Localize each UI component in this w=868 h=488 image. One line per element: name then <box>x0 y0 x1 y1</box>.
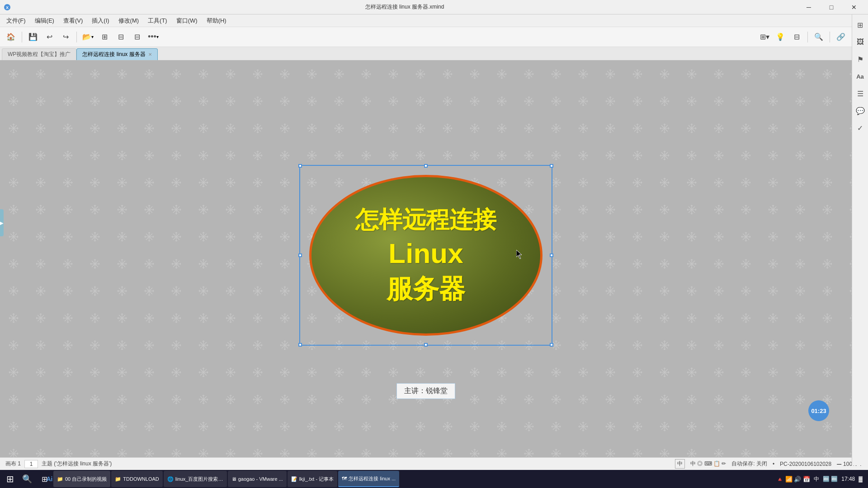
taskbar-item-3-icon: 🌐 <box>167 476 174 482</box>
taskbar-item-3[interactable]: 🌐 linux_百度图片搜索 - ... <box>164 471 227 487</box>
tab-close-icon[interactable]: ✕ <box>148 52 152 57</box>
taskbar-item-6[interactable]: 🗺 怎样远程连接 linux ... <box>338 471 399 487</box>
rpanel-flag-icon[interactable]: ⚑ <box>854 52 867 66</box>
close-button[interactable]: ✕ <box>844 0 864 14</box>
autosave-label: 自动保存: 关闭 <box>731 460 767 468</box>
taskbar-item-4-label: gaogao - VMware ... <box>238 476 283 482</box>
open-dropdown[interactable]: 📂 ▾ <box>80 32 95 42</box>
rpanel-structure-icon[interactable]: ⊞ <box>854 18 867 32</box>
ellipse-text: 怎样远程连接 Linux 服务器 <box>355 205 496 306</box>
menu-edit[interactable]: 编辑(E) <box>30 14 59 27</box>
taskbar-item-1[interactable]: 📁 00 自己录制的视频 <box>53 471 110 487</box>
tray-input-method[interactable]: 中 <box>814 475 819 483</box>
tabbar: WP视频教程【淘宝】推广 怎样远程连接 linux 服务器 ✕ <box>0 47 868 61</box>
mindmap-node[interactable]: 怎样远程连接 Linux 服务器 主讲：锐锋堂 <box>299 165 552 346</box>
menu-tools[interactable]: 工具(T) <box>143 14 172 27</box>
speaker-label: 主讲：锐锋堂 <box>404 387 448 394</box>
tray-icons: 🔺 📶 🔊 📅 <box>776 476 810 483</box>
taskbar-item-2-icon: 📁 <box>115 476 121 482</box>
taskbar-item-6-label: 怎样远程连接 linux ... <box>349 475 396 482</box>
windows-taskbar: ⊞ 🔍 ⊞ 📁 00 自己录制的视频 📁 TDDOWNLOAD 🌐 linux_… <box>0 470 868 488</box>
titlebar-icon: X <box>4 4 11 11</box>
titlebar: X 怎样远程连接 linux 服务器.xmind ─ □ ✕ <box>0 0 868 14</box>
start-button[interactable]: ⊞ <box>2 471 18 487</box>
page-label: 画布 1 <box>5 460 21 468</box>
input-method-indicator[interactable]: 中 <box>675 459 685 469</box>
separator-2 <box>76 32 77 42</box>
view-mode-button[interactable]: ⊞▾ <box>758 30 771 44</box>
menu-help[interactable]: 帮助(H) <box>202 14 231 27</box>
tab-linux-label: 怎样远程连接 linux 服务器 <box>82 51 145 58</box>
menu-file[interactable]: 文件(F) <box>2 14 30 27</box>
taskbar-item-2[interactable]: 📁 TDDOWNLOAD <box>111 471 162 487</box>
mindmap-ellipse[interactable]: 怎样远程连接 Linux 服务器 <box>309 175 542 336</box>
menu-window[interactable]: 窗口(W) <box>172 14 202 27</box>
menubar: 文件(F) 编辑(E) 查看(V) 插入(I) 修改(M) 工具(T) 窗口(W… <box>0 14 868 27</box>
undo-button[interactable]: ↩ <box>42 30 57 44</box>
taskbar-item-2-label: TDDOWNLOAD <box>123 476 159 482</box>
taskbar-item-5-icon: 📝 <box>291 476 297 482</box>
statusbar-left: 画布 1 1 主题 ('怎样远接 linux 服务器') <box>5 460 112 468</box>
tab-wpcourse[interactable]: WP视频教程【淘宝】推广 <box>2 48 76 60</box>
marker-button[interactable]: 💡 <box>773 30 788 44</box>
separator-right <box>807 32 808 42</box>
clock[interactable]: 17:48 <box>841 476 855 482</box>
save-button[interactable]: 💾 <box>26 30 40 44</box>
open-icon: 📂 <box>82 33 91 41</box>
separator-right-2 <box>830 32 830 42</box>
rpanel-comment-icon[interactable]: 💬 <box>854 104 867 117</box>
timer-label: 01:23 <box>811 408 826 414</box>
timer-circle: 01:23 <box>808 400 829 421</box>
more-dropdown[interactable]: ••• ▾ <box>146 31 160 42</box>
tab-linux[interactable]: 怎样远程连接 linux 服务器 ✕ <box>76 48 157 60</box>
rpanel-task-icon[interactable]: ✓ <box>854 121 867 135</box>
title-line1: 怎样远程连接 <box>355 205 496 235</box>
taskbar-item-5[interactable]: 📝 lkji_.txt - 记事本 <box>288 471 337 487</box>
title-line3: 服务器 <box>355 272 496 305</box>
redo-button[interactable]: ↪ <box>58 30 73 44</box>
rpanel-text-icon[interactable]: Aa <box>854 70 867 83</box>
collapse-next-button[interactable]: ⊟ <box>130 30 144 44</box>
system-tray: 🔺 📶 🔊 📅 中 🔤 🔤 17:48 ▓ <box>773 475 866 483</box>
menu-view[interactable]: 查看(V) <box>59 14 87 27</box>
menu-modify[interactable]: 修改(M) <box>114 14 144 27</box>
more-dropdown-arrow: ▾ <box>156 34 159 39</box>
search-button[interactable]: 🔍 <box>811 30 826 44</box>
open-dropdown-arrow: ▾ <box>91 34 94 39</box>
left-panel-handle[interactable]: ▶ <box>0 209 4 236</box>
task-button[interactable]: ⊟ <box>789 30 804 44</box>
rpanel-image-icon[interactable]: 🖼 <box>854 35 867 49</box>
subject-label: 主题 ('怎样远接 linux 服务器') <box>42 460 112 468</box>
pc-label: PC-20200106102028 <box>780 461 831 467</box>
speaker-box: 主讲：锐锋堂 <box>396 383 455 399</box>
svg-text:X: X <box>6 5 9 10</box>
share-button[interactable]: 🔗 <box>834 30 848 44</box>
statusbar-right: 中 中 ◎ ⌨ 📋 ✏ 自动保存: 关闭 • PC-20200106102028… <box>675 459 863 469</box>
show-desktop-button[interactable]: ▓ <box>859 476 863 482</box>
zoom-out-button[interactable]: ─ <box>837 460 841 468</box>
collapse-prev-button[interactable]: ⊟ <box>113 30 128 44</box>
maximize-button[interactable]: □ <box>821 0 842 14</box>
window-title: 怎样远程连接 linux 服务器.xmind <box>11 3 798 11</box>
taskbar-item-4-icon: 🖥 <box>231 476 236 482</box>
expand-button[interactable]: ⊞ <box>97 30 112 44</box>
minimize-button[interactable]: ─ <box>798 0 819 14</box>
right-panel: ⊞ 🖼 ⚑ Aa ☰ 💬 ✓ <box>852 14 868 465</box>
window-controls: ─ □ ✕ <box>798 0 864 14</box>
separator-1 <box>22 32 22 42</box>
menu-insert[interactable]: 插入(I) <box>87 14 113 27</box>
tray-extra-icons: 🔤 🔤 <box>823 476 838 482</box>
rpanel-list-icon[interactable]: ☰ <box>854 87 867 100</box>
taskbar-item-1-label: 00 自己录制的视频 <box>65 476 107 483</box>
taskbar-item-3-label: linux_百度图片搜索 - ... <box>175 476 223 483</box>
home-button[interactable]: 🏠 <box>4 30 18 44</box>
task-view-button[interactable]: ⊞ <box>36 471 52 487</box>
page-input-field[interactable]: 1 <box>24 460 38 468</box>
title-line2: Linux <box>355 235 496 272</box>
separator-dot: • <box>773 461 774 467</box>
statusbar: 画布 1 1 主题 ('怎样远接 linux 服务器') 中 中 ◎ ⌨ 📋 ✏… <box>0 457 868 470</box>
taskbar-item-6-icon: 🗺 <box>342 476 347 481</box>
taskbar-item-4[interactable]: 🖥 gaogao - VMware ... <box>228 471 287 487</box>
taskbar-search-icon[interactable]: 🔍 <box>19 471 35 487</box>
more-icon: ••• <box>148 32 156 42</box>
